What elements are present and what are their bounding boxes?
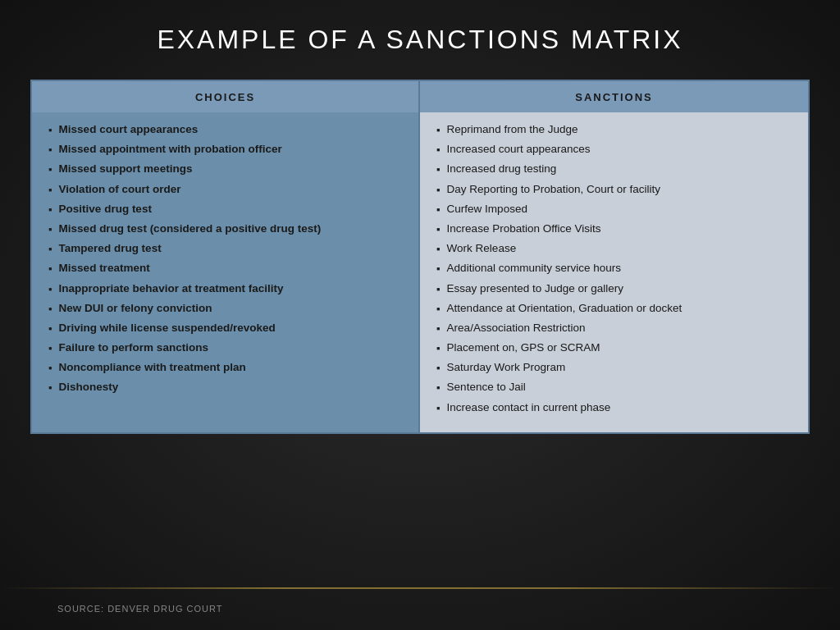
bullet-icon: ▪	[436, 401, 441, 416]
sanctions-list-item: ▪Increase contact in current phase	[436, 400, 796, 416]
sanctions-list-item: ▪Work Release	[436, 241, 796, 257]
choices-item-text: Failure to perform sanctions	[59, 340, 208, 356]
choices-list-item: ▪Missed drug test (considered a positive…	[48, 221, 406, 237]
sanctions-item-text: Day Reporting to Probation, Court or fac…	[447, 182, 660, 198]
bullet-icon: ▪	[436, 302, 441, 317]
sanctions-list-item: ▪Increased court appearances	[436, 142, 796, 158]
sanctions-item-text: Essay presented to Judge or gallery	[447, 281, 623, 297]
sanctions-list-item: ▪Essay presented to Judge or gallery	[436, 281, 796, 297]
choices-list-item: ▪Dishonesty	[48, 380, 406, 395]
bullet-icon: ▪	[48, 302, 52, 317]
source-label: SOURCE: DENVER DRUG COURT	[57, 604, 222, 614]
choices-item-text: Dishonesty	[59, 380, 119, 395]
bullet-icon: ▪	[436, 322, 441, 336]
bullet-icon: ▪	[48, 162, 52, 177]
choices-list-item: ▪Tampered drug test	[48, 241, 406, 257]
sanctions-list-item: ▪Saturday Work Program	[436, 360, 796, 376]
choices-list-item: ▪Failure to perform sanctions	[48, 340, 406, 356]
bullet-icon: ▪	[48, 222, 52, 237]
sanctions-list-item: ▪Reprimand from the Judge	[436, 122, 796, 138]
choices-item-text: New DUI or felony conviction	[59, 301, 212, 317]
bullet-icon: ▪	[48, 381, 52, 395]
choices-list-item: ▪Missed appointment with probation offic…	[48, 142, 406, 158]
bullet-icon: ▪	[48, 123, 52, 138]
bullet-icon: ▪	[48, 341, 52, 356]
bullet-icon: ▪	[436, 361, 441, 376]
bullet-icon: ▪	[436, 282, 441, 297]
title-area: EXAMPLE OF A SANCTIONS MATRIX	[0, 0, 840, 71]
sanctions-list-item: ▪Additional community service hours	[436, 261, 796, 276]
choices-list-item: ▪Inappropriate behavior at treatment fac…	[48, 281, 406, 297]
choices-list-item: ▪Missed support meetings	[48, 162, 406, 177]
sanctions-item-text: Area/Association Restriction	[447, 321, 586, 336]
sanctions-column: ▪Reprimand from the Judge▪Increased cour…	[420, 112, 808, 432]
choices-item-text: Missed treatment	[59, 261, 150, 276]
choices-column: ▪Missed court appearances▪Missed appoint…	[32, 112, 420, 432]
bullet-icon: ▪	[48, 242, 52, 257]
bullet-icon: ▪	[436, 242, 441, 257]
sanctions-item-text: Curfew Imposed	[447, 202, 527, 217]
bullet-icon: ▪	[48, 361, 52, 376]
choices-item-text: Missed court appearances	[59, 122, 199, 138]
sanctions-item-text: Increase Probation Office Visits	[447, 221, 601, 237]
choices-list-item: ▪Missed court appearances	[48, 122, 406, 138]
sanctions-list-item: ▪Day Reporting to Probation, Court or fa…	[436, 182, 796, 198]
sanctions-list-item: ▪Placement on, GPS or SCRAM	[436, 340, 796, 356]
sanctions-item-text: Placement on, GPS or SCRAM	[447, 340, 600, 356]
choices-list-item: ▪Positive drug test	[48, 202, 406, 217]
sanctions-item-text: Reprimand from the Judge	[447, 122, 578, 138]
sanctions-header-label: SANCTIONS	[575, 91, 653, 103]
bullet-icon: ▪	[436, 143, 441, 158]
bullet-icon: ▪	[436, 183, 441, 198]
choices-item-text: Tampered drug test	[59, 241, 162, 257]
choices-list-item: ▪Missed treatment	[48, 261, 406, 276]
choices-list-item: ▪New DUI or felony conviction	[48, 301, 406, 317]
choices-list-item: ▪Driving while license suspended/revoked	[48, 321, 406, 336]
sanctions-item-text: Attendance at Orientation, Graduation or…	[447, 301, 682, 317]
sanctions-matrix-table: CHOICES SANCTIONS ▪Missed court appearan…	[30, 80, 810, 434]
sanctions-list-item: ▪Increase Probation Office Visits	[436, 221, 796, 237]
sanctions-list-item: ▪Area/Association Restriction	[436, 321, 796, 336]
choices-list-item: ▪Violation of court order	[48, 182, 406, 198]
choices-item-text: Violation of court order	[59, 182, 181, 198]
sanctions-item-text: Sentence to Jail	[447, 380, 526, 395]
sanctions-header: SANCTIONS	[420, 81, 808, 112]
slide-background: EXAMPLE OF A SANCTIONS MATRIX CHOICES SA…	[0, 0, 840, 630]
bullet-icon: ▪	[48, 143, 52, 158]
sanctions-list-item: ▪Sentence to Jail	[436, 380, 796, 395]
sanctions-item-text: Additional community service hours	[447, 261, 621, 276]
bullet-icon: ▪	[436, 381, 441, 395]
bullet-icon: ▪	[436, 341, 441, 356]
choices-header: CHOICES	[32, 81, 420, 112]
sanctions-list-item: ▪Curfew Imposed	[436, 202, 796, 217]
bullet-icon: ▪	[436, 203, 441, 217]
bullet-icon: ▪	[48, 282, 52, 297]
choices-item-text: Missed support meetings	[59, 162, 193, 177]
bullet-icon: ▪	[436, 162, 441, 177]
choices-item-text: Missed appointment with probation office…	[59, 142, 282, 158]
sanctions-item-text: Increased court appearances	[447, 142, 591, 158]
bullet-icon: ▪	[436, 123, 441, 138]
sanctions-item-text: Increased drug testing	[447, 162, 557, 177]
sanctions-list-item: ▪Increased drug testing	[436, 162, 796, 177]
sanctions-item-text: Saturday Work Program	[447, 360, 566, 376]
choices-item-text: Driving while license suspended/revoked	[59, 321, 276, 336]
choices-list-item: ▪Noncompliance with treatment plan	[48, 360, 406, 376]
bullet-icon: ▪	[436, 262, 441, 276]
bullet-icon: ▪	[48, 322, 52, 336]
choices-header-label: CHOICES	[195, 91, 255, 103]
main-title: EXAMPLE OF A SANCTIONS MATRIX	[33, 25, 807, 55]
decorative-line	[0, 587, 840, 589]
table-body: ▪Missed court appearances▪Missed appoint…	[32, 112, 808, 432]
choices-item-text: Inappropriate behavior at treatment faci…	[59, 281, 284, 297]
bullet-icon: ▪	[436, 222, 441, 237]
sanctions-list-item: ▪Attendance at Orientation, Graduation o…	[436, 301, 796, 317]
choices-item-text: Positive drug test	[59, 202, 152, 217]
bullet-icon: ▪	[48, 203, 52, 217]
choices-item-text: Missed drug test (considered a positive …	[59, 221, 322, 237]
bullet-icon: ▪	[48, 183, 52, 198]
choices-item-text: Noncompliance with treatment plan	[59, 360, 246, 376]
table-header: CHOICES SANCTIONS	[32, 81, 808, 112]
sanctions-item-text: Increase contact in current phase	[447, 400, 611, 416]
bullet-icon: ▪	[48, 262, 52, 276]
